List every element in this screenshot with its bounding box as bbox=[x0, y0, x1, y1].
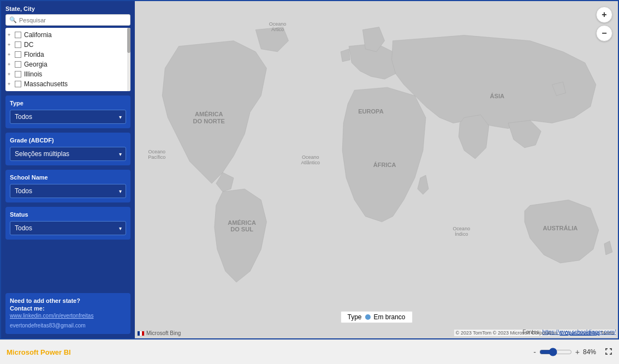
scrollbar[interactable] bbox=[127, 28, 130, 91]
state-item-florida[interactable]: + Florida bbox=[5, 50, 130, 59]
zoom-minus-button[interactable]: - bbox=[532, 348, 537, 356]
svg-text:Atlântico: Atlântico bbox=[301, 160, 320, 165]
type-label: Type bbox=[10, 100, 126, 106]
type-section: Type Todos ▾ bbox=[5, 96, 130, 128]
svg-text:Ártico: Ártico bbox=[271, 27, 284, 32]
school-name-section: School Name Todos ▾ bbox=[5, 170, 130, 202]
state-label-massachusetts: Massachusetts bbox=[24, 80, 68, 88]
status-dropdown[interactable]: Todos bbox=[10, 221, 126, 235]
svg-text:Oceano: Oceano bbox=[269, 21, 287, 27]
state-item-california[interactable]: + California bbox=[5, 30, 130, 40]
state-list: + California + DC + Florida bbox=[5, 28, 130, 91]
app-container: State, City 🔍 + California + DC bbox=[0, 0, 619, 364]
expand-icon-georgia: + bbox=[8, 62, 13, 67]
svg-text:Pacífico: Pacífico bbox=[148, 154, 165, 160]
bottom-right-controls: - + 84% bbox=[532, 348, 612, 357]
state-item-georgia[interactable]: + Georgia bbox=[5, 59, 130, 69]
scrollbar-thumb[interactable] bbox=[127, 28, 130, 53]
expand-icon-dc: + bbox=[8, 42, 13, 47]
svg-text:ÁFRICA: ÁFRICA bbox=[373, 162, 396, 168]
zoom-out-button[interactable]: − bbox=[596, 25, 612, 41]
search-input[interactable] bbox=[19, 17, 127, 23]
legend-type-label: Type bbox=[347, 313, 361, 321]
zoom-in-button[interactable]: + bbox=[596, 7, 612, 23]
contact-section: Need to add other state? Contact me: www… bbox=[5, 293, 130, 334]
expand-icon-florida: + bbox=[8, 52, 13, 57]
svg-text:Índico: Índico bbox=[455, 231, 468, 237]
bottom-bar: Microsoft Power BI - + 84% bbox=[0, 339, 619, 364]
grade-section: Grade (ABCDF) Seleções múltiplas ▾ bbox=[5, 133, 130, 165]
state-city-section: State, City 🔍 + California + DC bbox=[5, 5, 130, 91]
search-icon: 🔍 bbox=[9, 16, 17, 23]
bing-logo: Microsoft Bing bbox=[137, 330, 181, 336]
legend-bar: Type Em branco bbox=[340, 311, 412, 323]
powerbi-link[interactable]: Microsoft Power BI bbox=[7, 348, 71, 356]
bing-flag-icon bbox=[137, 331, 145, 336]
type-dropdown[interactable]: Todos bbox=[10, 110, 126, 124]
legend-em-branco: Em branco bbox=[373, 313, 405, 321]
state-label-florida: Florida bbox=[24, 51, 44, 58]
world-map-svg: Oceano Ártico AMÉRICA DO NORTE EUROPA ÁS… bbox=[135, 1, 618, 338]
zoom-controls: - + 84% bbox=[532, 348, 600, 356]
expand-icon-illinois: + bbox=[8, 71, 13, 77]
school-name-label: School Name bbox=[10, 174, 126, 181]
school-name-dropdown-wrapper: Todos ▾ bbox=[10, 184, 126, 198]
sources-link[interactable]: https://www.schooldigger.com/ bbox=[542, 329, 616, 335]
contact-email: evertondefreitas83@gmail.com bbox=[10, 323, 86, 329]
sources-label: Fontes: bbox=[522, 329, 540, 335]
fullscreen-icon bbox=[605, 348, 612, 355]
state-label-georgia: Georgia bbox=[24, 61, 47, 68]
zoom-plus-button[interactable]: + bbox=[574, 348, 581, 356]
expand-icon: + bbox=[8, 32, 13, 38]
status-dropdown-wrapper: Todos ▾ bbox=[10, 221, 126, 235]
status-section: Status Todos ▾ bbox=[5, 207, 130, 240]
legend-dot bbox=[365, 314, 370, 320]
zoom-percentage: 84% bbox=[583, 348, 600, 356]
state-item-illinois[interactable]: + Illinois bbox=[5, 69, 130, 79]
svg-text:DO SUL: DO SUL bbox=[230, 226, 253, 232]
bing-text: Microsoft Bing bbox=[146, 330, 181, 336]
school-name-dropdown[interactable]: Todos bbox=[10, 184, 126, 198]
state-label-illinois: Illinois bbox=[24, 70, 42, 78]
state-label-dc: DC bbox=[24, 41, 33, 49]
left-panel: State, City 🔍 + California + DC bbox=[1, 1, 135, 338]
checkbox-dc[interactable] bbox=[15, 41, 21, 48]
state-item-dc[interactable]: + DC bbox=[5, 40, 130, 50]
svg-text:AMÉRICA: AMÉRICA bbox=[228, 219, 256, 226]
zoom-slider[interactable] bbox=[539, 348, 572, 356]
contact-linkedin-link[interactable]: www.linkedin.com/in/evertonfreitas bbox=[10, 313, 126, 319]
state-item-massachusetts[interactable]: + Massachusetts bbox=[5, 79, 130, 89]
grade-dropdown[interactable]: Seleções múltiplas bbox=[10, 147, 126, 161]
checkbox-georgia[interactable] bbox=[15, 61, 21, 68]
sources-bar: Fontes: https://www.schooldigger.com/ bbox=[522, 329, 616, 335]
svg-text:Oceano: Oceano bbox=[302, 154, 319, 160]
main-content: State, City 🔍 + California + DC bbox=[0, 0, 619, 339]
contact-subtitle: Contact me: bbox=[10, 305, 126, 312]
svg-text:ÁSIA: ÁSIA bbox=[490, 93, 504, 99]
svg-text:EUROPA: EUROPA bbox=[358, 108, 383, 115]
checkbox-california[interactable] bbox=[15, 32, 21, 38]
svg-text:DO NORTE: DO NORTE bbox=[193, 118, 225, 124]
checkbox-florida[interactable] bbox=[15, 51, 21, 58]
expand-icon-massachusetts: + bbox=[8, 81, 13, 87]
svg-text:Oceano: Oceano bbox=[453, 226, 471, 231]
contact-title: Need to add other state? bbox=[10, 297, 126, 304]
search-box[interactable]: 🔍 bbox=[5, 14, 130, 26]
map-controls: + − bbox=[596, 7, 612, 41]
map-area: Oceano Ártico AMÉRICA DO NORTE EUROPA ÁS… bbox=[135, 1, 618, 338]
status-label: Status bbox=[10, 211, 126, 218]
svg-text:Oceano: Oceano bbox=[148, 149, 165, 154]
svg-text:AMÉRICA: AMÉRICA bbox=[195, 111, 223, 117]
checkbox-massachusetts[interactable] bbox=[15, 81, 21, 87]
grade-label: Grade (ABCDF) bbox=[10, 137, 126, 144]
state-city-label: State, City bbox=[5, 5, 130, 12]
svg-text:AUSTRÁLIA: AUSTRÁLIA bbox=[543, 225, 578, 231]
grade-dropdown-wrapper: Seleções múltiplas ▾ bbox=[10, 147, 126, 161]
type-dropdown-wrapper: Todos ▾ bbox=[10, 110, 126, 124]
state-label-california: California bbox=[24, 31, 52, 39]
fullscreen-button[interactable] bbox=[605, 348, 612, 357]
checkbox-illinois[interactable] bbox=[15, 71, 21, 77]
